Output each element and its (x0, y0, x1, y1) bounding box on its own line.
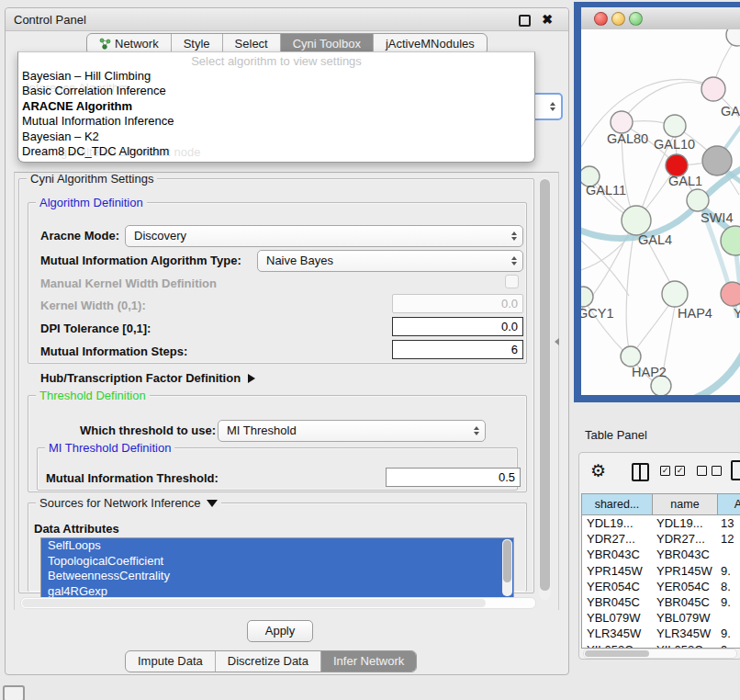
table-cell[interactable] (716, 610, 740, 626)
table-cell[interactable]: YDL19... (582, 515, 652, 531)
which-threshold-combobox[interactable]: MI Threshold (218, 420, 486, 442)
table-cell[interactable]: 13 (716, 515, 740, 531)
gear-icon[interactable]: ⚙ (590, 460, 606, 481)
mi-threshold-field[interactable]: 0.5 (386, 468, 521, 487)
float-panel-icon[interactable] (519, 15, 531, 27)
column-header-shared[interactable]: shared... (582, 494, 653, 514)
app-root: Control Panel ✖ Network Style Sel (0, 0, 740, 700)
table-cell[interactable]: YBL079W (582, 610, 652, 626)
algorithm-combobox-fragment[interactable] (531, 93, 563, 120)
table-cell[interactable]: 9. (716, 642, 740, 649)
aracne-mode-combobox[interactable]: Discovery (125, 225, 523, 247)
node-top-partial[interactable] (726, 29, 740, 46)
table-cell[interactable]: 12 (716, 531, 740, 547)
table-cell[interactable]: YBR045C (582, 594, 652, 610)
hub-definition-toggle[interactable]: Hub/Transcription Factor Definition (40, 371, 255, 385)
settings-horizontal-scrollbar[interactable] (20, 597, 536, 609)
minimize-traffic-light-icon[interactable] (611, 12, 625, 26)
column-header-name[interactable]: name (653, 494, 718, 514)
dropdown-item-mutual-information[interactable]: Mutual Information Inference (22, 114, 531, 129)
deselect-all-icon[interactable] (697, 466, 722, 476)
settings-vertical-scrollbar[interactable] (539, 177, 551, 600)
table-cell[interactable]: YLR345W (652, 626, 716, 641)
node-SWI4[interactable] (687, 189, 709, 211)
table-row[interactable]: YLR345WYLR345W9. (582, 626, 740, 641)
panel-collapse-handle-icon[interactable] (555, 338, 559, 345)
node-HAP2[interactable] (621, 346, 641, 367)
dropdown-item-bayesian-k2[interactable]: Bayesian – K2 (22, 130, 531, 144)
manual-kernel-width-checkbox[interactable] (505, 275, 519, 288)
list-item-topologicalcoefficient[interactable]: TopologicalCoefficient (41, 554, 513, 570)
table-row[interactable]: YER054CYER054C8. (582, 579, 740, 594)
node-pink-top[interactable] (701, 77, 725, 101)
table-cell[interactable]: YDR27... (652, 531, 716, 547)
table-row[interactable]: YIL052CYIL052C9. (582, 642, 740, 649)
table-row[interactable]: YBL079WYBL079W (582, 610, 740, 626)
node-gray[interactable] (702, 146, 732, 175)
mi-steps-field[interactable]: 6 (392, 340, 523, 359)
node-GAL4[interactable] (622, 206, 651, 235)
kernel-width-field[interactable]: 0.0 (392, 294, 523, 313)
network-canvas[interactable]: GALGAL80GAL10GAL1GAL11SWI4GAL4GCY1HAP4YH… (581, 29, 740, 395)
dropdown-item-bayesian-hill-climbing[interactable]: Bayesian – Hill Climbing (22, 69, 531, 84)
close-traffic-light-icon[interactable] (594, 12, 608, 26)
node-GAL10[interactable] (664, 115, 686, 137)
table-cell[interactable]: YER054C (582, 579, 652, 594)
table-row[interactable]: YBR043CYBR043C (582, 547, 740, 562)
tab-infer-network[interactable]: Infer Network (321, 651, 416, 672)
node-GAL80[interactable] (611, 111, 633, 133)
table-cell[interactable]: 9. (716, 626, 740, 641)
network-edge[interactable] (635, 299, 673, 350)
close-icon[interactable]: ✖ (542, 12, 553, 27)
table-cell[interactable]: YDR27... (582, 531, 652, 547)
table-row[interactable]: YPR145WYPR145W9. (582, 563, 740, 579)
node-GCY1[interactable] (581, 287, 593, 307)
apply-button[interactable]: Apply (247, 620, 313, 642)
table-horizontal-scrollbar[interactable] (583, 649, 737, 659)
zoom-traffic-light-icon[interactable] (629, 12, 643, 26)
table-cell[interactable]: 9. (716, 594, 740, 610)
dropdown-item-basic-correlation[interactable]: Basic Correlation Inference (22, 84, 531, 98)
dpi-tolerance-field[interactable]: 0.0 (392, 317, 523, 336)
sources-title[interactable]: Sources for Network Inference (36, 496, 221, 510)
list-item-selfloops[interactable]: SelfLoops (41, 538, 513, 554)
column-header-A[interactable]: A (718, 494, 740, 514)
dropdown-item-aracne[interactable]: ARACNE Algorithm (22, 99, 531, 114)
table-row[interactable]: YBR045CYBR045C9. (582, 594, 740, 610)
table-cell[interactable]: YIL052C (582, 642, 652, 649)
minimized-panel-icon[interactable] (3, 685, 25, 700)
table-cell[interactable]: YBR045C (652, 594, 716, 610)
table-cell[interactable]: YLR345W (582, 626, 652, 641)
table-cell[interactable]: YER054C (652, 579, 716, 594)
table-cell[interactable]: YBR043C (652, 547, 716, 562)
network-window-titlebar[interactable] (581, 7, 740, 30)
new-table-icon[interactable] (731, 460, 740, 480)
table-cell[interactable]: 8. (716, 579, 740, 594)
network-edge[interactable] (622, 83, 712, 121)
column-layout-icon[interactable] (632, 463, 649, 481)
node-HAP4[interactable] (662, 281, 688, 307)
table-cell[interactable]: YPR145W (582, 563, 652, 579)
table-cell[interactable]: YDL19... (652, 515, 716, 531)
table-cell[interactable]: 9. (716, 563, 740, 579)
table-row[interactable]: YDL19...YDL19...13 (582, 515, 740, 531)
table-cell[interactable]: YPR145W (652, 563, 716, 579)
table-toolbar: ⚙ ✓✓ (579, 453, 740, 491)
list-item-betweennesscentrality[interactable]: BetweennessCentrality (41, 569, 513, 584)
table-cell[interactable]: YIL052C (652, 642, 716, 649)
table-cell[interactable]: YBL079W (652, 610, 716, 626)
network-edge-thick[interactable] (581, 167, 740, 239)
node-big-green[interactable] (721, 226, 740, 255)
list-scrollbar[interactable] (502, 539, 512, 596)
table-row[interactable]: YDR27...YDR27...12 (582, 531, 740, 547)
table-cell[interactable] (716, 547, 740, 562)
network-edge[interactable] (626, 224, 635, 349)
network-edge-thick[interactable] (690, 353, 740, 395)
select-all-icon[interactable]: ✓✓ (660, 466, 685, 476)
tab-impute-data[interactable]: Impute Data (126, 651, 216, 672)
dropdown-item-dream8[interactable]: Dream8 DC_TDC Algorithm (22, 144, 531, 159)
node-salmon[interactable] (721, 282, 740, 306)
table-cell[interactable]: YBR043C (582, 547, 652, 562)
tab-discretize-data[interactable]: Discretize Data (216, 651, 321, 672)
mi-algorithm-type-combobox[interactable]: Naive Bayes (257, 250, 523, 272)
